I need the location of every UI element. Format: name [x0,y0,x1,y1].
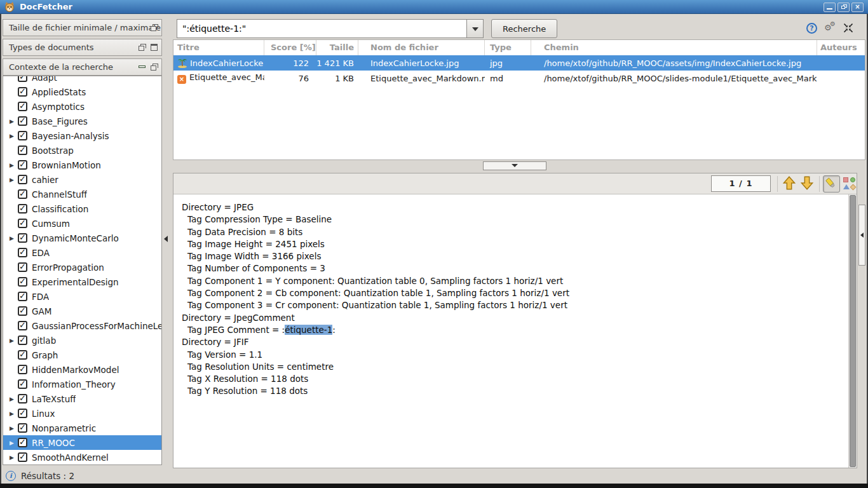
scrollbar-thumb[interactable] [850,195,856,467]
tree-item-checkbox[interactable] [18,379,27,389]
tree-item-latexstuff[interactable]: ▶LaTeXstuff [3,391,161,406]
tree-item-checkbox[interactable] [18,292,27,301]
expand-arrow-icon[interactable]: ▶ [10,118,18,125]
next-occurrence-button[interactable] [799,176,815,193]
expand-arrow-icon[interactable]: ▶ [10,162,18,168]
expand-arrow-icon[interactable]: ▶ [10,440,18,446]
tree-item-checkbox[interactable] [18,87,27,97]
highlight-colors-icon[interactable] [843,177,856,190]
tree-item-rr_mooc[interactable]: ▶RR_MOOC [3,435,161,450]
column-header-type[interactable]: Type [485,40,531,55]
result-row[interactable]: IndexCahierLocke1221 421 KBIndexCahierLo… [173,55,865,71]
tree-item-checkbox[interactable] [18,131,27,140]
maximize-panel-icon[interactable] [151,44,158,51]
tree-item-checkbox[interactable] [18,204,27,214]
minimize-button[interactable] [824,3,836,12]
tree-item-dynamicmontecarlo[interactable]: ▶DynamicMonteCarlo [3,231,161,245]
expand-arrow-icon[interactable]: ▶ [10,337,18,344]
tree-item-checkbox[interactable] [18,219,27,228]
restore-panel-icon[interactable] [151,24,158,31]
tree-item-checkbox[interactable] [18,116,27,126]
result-row[interactable]: ×Etiquette_avec_Markdown761 KBEtiquette_… [173,71,865,86]
panel-filesize[interactable]: Taille de fichier minimale / maximale [3,19,162,36]
expand-arrow-icon[interactable]: ▶ [10,410,18,417]
tree-item-hiddenmarkovmodel[interactable]: HiddenMarkovModel [3,362,161,377]
tree-item-cumsum[interactable]: Cumsum [3,216,161,231]
tree-item-experimentaldesign[interactable]: ExperimentalDesign [3,274,161,289]
preferences-gears-icon[interactable]: ⚙⚙ [824,20,838,34]
tree-item-checkbox[interactable] [18,321,27,330]
tree-item-bootstrap[interactable]: Bootstrap [3,143,161,158]
tree-item-checkbox[interactable] [18,336,27,345]
expand-arrow-icon[interactable]: ▶ [10,396,18,402]
restore-panel-icon[interactable] [139,44,146,51]
highlight-toggle-button[interactable] [823,175,840,193]
tree-item-checkbox[interactable] [18,233,27,243]
preview-text[interactable]: Directory = JPEGTag Compression Type = B… [173,194,848,468]
search-button[interactable]: Recherche [491,19,557,38]
collapse-results-button[interactable] [483,161,546,170]
preview-scrollbar[interactable] [848,194,857,468]
tree-item-checkbox[interactable] [18,423,27,433]
expand-arrow-icon[interactable]: ▶ [10,133,18,139]
minimize-to-tray-icon[interactable] [843,23,853,33]
tree-item-smoothandkernel[interactable]: ▶SmoothAndKernel [3,450,161,464]
tree-item-fda[interactable]: FDA [3,289,161,304]
tree-item-classification[interactable]: Classification [3,201,161,216]
tree-item-base_figures[interactable]: ▶Base_Figures [3,114,161,128]
tree-item-checkbox[interactable] [18,146,27,155]
tree-item-checkbox[interactable] [18,248,27,257]
tree-item-nonparametric[interactable]: ▶Nonparametric [3,421,161,435]
tree-item-gaussianprocessformachinelearning[interactable]: GaussianProcessForMachineLearning [3,318,161,333]
help-icon[interactable]: ? [806,23,817,34]
tree-item-eda[interactable]: EDA [3,245,161,260]
tree-item-checkbox[interactable] [18,262,27,272]
tree-item-checkbox[interactable] [18,76,27,82]
horizontal-splitter[interactable] [173,160,865,173]
tree-item-channelstuff[interactable]: ChannelStuff [3,187,161,201]
column-header-titre[interactable]: Titre [173,40,264,55]
tree-item-checkbox[interactable] [18,365,27,374]
restore-button[interactable] [837,3,850,12]
close-button[interactable]: × [851,3,864,12]
tree-item-brownianmotion[interactable]: ▶BrownianMotion [3,158,161,172]
minimize-panel-icon[interactable] [139,65,146,68]
tree-item-checkbox[interactable] [18,452,27,462]
expand-arrow-icon[interactable]: ▶ [10,235,18,241]
tree-item-graph[interactable]: Graph [3,348,161,362]
column-header-taille[interactable]: Taille [316,40,358,55]
tree-item-checkbox[interactable] [18,394,27,403]
panel-doctypes[interactable]: Types de documents [3,39,162,56]
tree-item-bayesian-analysis[interactable]: ▶Bayesian-Analysis [3,128,161,143]
tree-item-information_theory[interactable]: Information_Theory [3,377,161,391]
tree-item-appliedstats[interactable]: AppliedStats [3,85,161,99]
tree-item-gam[interactable]: GAM [3,304,161,318]
previous-occurrence-button[interactable] [781,176,797,193]
column-header-nom-de-fichier[interactable]: Nom de fichier [358,40,485,55]
tree-item-checkbox[interactable] [18,350,27,360]
tree-item-gitlab[interactable]: ▶gitlab [3,333,161,348]
panel-search-scope[interactable]: Contexte de la recherche [3,58,162,76]
column-header-score-[interactable]: Score [%] [264,40,316,55]
page-indicator[interactable]: 1 / 1 [711,175,771,192]
tree-item-linux[interactable]: ▶Linux [3,406,161,421]
tree-item-checkbox[interactable] [18,277,27,287]
tree-item-checkbox[interactable] [18,102,27,111]
tree-item-checkbox[interactable] [18,438,27,447]
restore-panel-icon[interactable] [151,64,158,71]
tree-item-checkbox[interactable] [18,160,27,170]
expand-arrow-icon[interactable]: ▶ [10,177,18,183]
expand-arrow-icon[interactable]: ▶ [10,425,18,431]
search-history-dropdown-button[interactable] [466,19,484,38]
column-header-auteurs[interactable]: Auteurs [817,40,865,55]
tree-item-checkbox[interactable] [18,189,27,199]
tree-item-checkbox[interactable] [18,306,27,316]
sidebar-collapse-handle[interactable] [164,236,170,247]
tree-item-errorpropagation[interactable]: ErrorPropagation [3,260,161,274]
tree-item-adapt[interactable]: Adapt [3,76,161,85]
tree-item-cahier[interactable]: ▶cahier [3,172,161,187]
tree-item-asymptotics[interactable]: Asymptotics [3,99,161,114]
search-input[interactable] [177,19,467,38]
tree-item-checkbox[interactable] [18,175,27,184]
column-header-chemin[interactable]: Chemin [531,40,817,55]
